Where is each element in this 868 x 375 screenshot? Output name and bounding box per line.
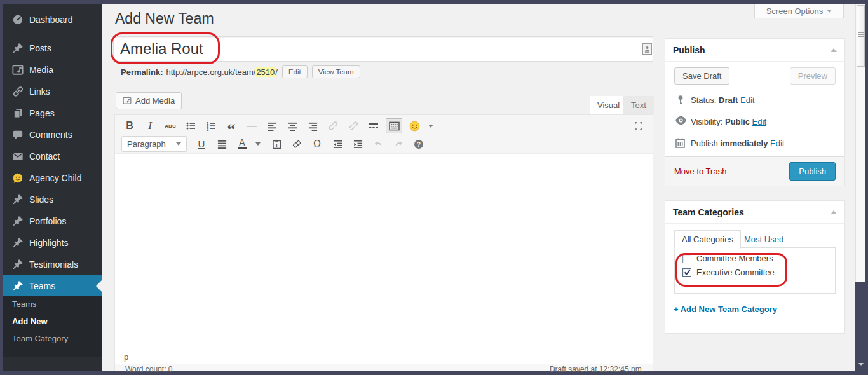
scrollbar-down-arrow-icon[interactable] xyxy=(858,363,864,366)
add-new-team-category-link[interactable]: + Add New Team Category xyxy=(674,304,777,314)
redo-icon[interactable] xyxy=(390,137,407,152)
chevron-down-icon xyxy=(176,142,181,146)
scrollbar-thumb[interactable] xyxy=(857,5,865,67)
blockquote-icon[interactable]: “ xyxy=(223,118,240,133)
read-more-icon[interactable] xyxy=(365,118,382,133)
tab-visual[interactable]: Visual xyxy=(590,96,627,114)
visibility-text: Visibility: Public Edit xyxy=(691,117,766,126)
screen-options-tab[interactable]: Screen Options xyxy=(754,4,844,18)
publish-box: Publish Save Draft Preview Status: Draft… xyxy=(665,38,845,186)
strikethrough-icon[interactable]: ABC xyxy=(162,118,179,133)
align-center-icon[interactable] xyxy=(284,118,301,133)
post-title-input[interactable] xyxy=(113,36,653,62)
tab-all-categories[interactable]: All Categories xyxy=(674,230,741,249)
submenu-item-add-new[interactable]: Add New xyxy=(3,313,102,330)
tab-text[interactable]: Text xyxy=(623,96,654,114)
publish-time-edit-link[interactable]: Edit xyxy=(770,139,784,148)
paragraph-format-select[interactable]: Paragraph xyxy=(121,136,187,152)
numbered-list-icon[interactable]: 123 xyxy=(203,118,219,133)
pin-icon xyxy=(11,280,24,292)
dashboard-icon xyxy=(11,13,24,25)
checkbox-unchecked-icon[interactable] xyxy=(682,254,691,263)
team-categories-title: Team Categories xyxy=(673,207,744,217)
insert-link-icon[interactable] xyxy=(325,118,341,133)
calendar-icon xyxy=(675,138,686,148)
align-right-icon[interactable] xyxy=(304,118,321,133)
submenu-item-teams[interactable]: Teams xyxy=(3,296,102,313)
sidebar-item-appearance[interactable]: Appearance xyxy=(3,365,102,371)
undo-icon[interactable] xyxy=(370,137,386,152)
sidebar-item-portfolios[interactable]: Portfolios xyxy=(3,210,102,231)
permalink-slug[interactable]: 2510 xyxy=(255,67,275,77)
sidebar-item-highlights[interactable]: Highlights xyxy=(3,232,102,253)
visibility-edit-link[interactable]: Edit xyxy=(752,117,766,126)
category-item-executive-committee[interactable]: Executive Committee xyxy=(682,268,835,277)
justify-icon[interactable] xyxy=(214,137,230,152)
category-item-committee-members[interactable]: Committee Members xyxy=(682,254,835,263)
pin-icon xyxy=(11,236,24,249)
permalink-url-suffix: / xyxy=(275,67,278,77)
submenu-item-team-category[interactable]: Team Category xyxy=(3,330,102,347)
sidebar-item-dashboard[interactable]: Dashboard xyxy=(3,9,102,30)
special-character-icon[interactable]: Ω xyxy=(309,137,325,152)
text-color-icon[interactable]: A xyxy=(234,137,250,152)
sidebar-item-media[interactable]: Media xyxy=(3,59,102,80)
team-categories-header[interactable]: Team Categories xyxy=(665,201,844,224)
status-text: Status: Draft Edit xyxy=(691,95,754,105)
collapse-toggle-icon[interactable] xyxy=(831,48,837,52)
sidebar-item-links[interactable]: Links xyxy=(3,81,102,102)
svg-text:?: ? xyxy=(417,140,421,147)
sidebar-item-comments[interactable]: Comments xyxy=(3,124,102,145)
help-icon[interactable]: ? xyxy=(410,137,427,152)
view-team-button[interactable]: View Team xyxy=(312,65,360,78)
move-to-trash-link[interactable]: Move to Trash xyxy=(674,167,726,176)
sidebar-item-label: Testimonials xyxy=(29,259,78,269)
outdent-icon[interactable] xyxy=(329,137,346,152)
publish-button[interactable]: Publish xyxy=(789,162,836,181)
tab-most-used[interactable]: Most Used xyxy=(744,235,783,244)
bullet-list-icon[interactable] xyxy=(182,118,199,133)
sidebar-item-label: Slides xyxy=(29,194,53,205)
editor-content-area[interactable] xyxy=(115,154,653,350)
status-edit-link[interactable]: Edit xyxy=(740,95,754,105)
save-draft-button[interactable]: Save Draft xyxy=(674,67,729,85)
align-left-icon[interactable] xyxy=(264,118,280,133)
indent-icon[interactable] xyxy=(349,137,366,152)
editor-toolbar: B I ABC 123 “ — Paragraph xyxy=(115,115,653,154)
publish-box-header[interactable]: Publish xyxy=(665,39,844,62)
clear-formatting-icon[interactable] xyxy=(288,137,305,152)
sidebar-item-posts[interactable]: Posts xyxy=(3,38,102,58)
sidebar-item-label: Dashboard xyxy=(29,15,73,25)
sidebar-item-label: Posts xyxy=(29,43,51,53)
text-color-chevron-icon[interactable] xyxy=(254,137,262,152)
editor-element-path[interactable]: p xyxy=(115,350,653,364)
sidebar-item-contact[interactable]: Contact xyxy=(3,146,102,167)
checkbox-checked-icon[interactable] xyxy=(682,268,691,277)
paste-as-text-icon[interactable]: T xyxy=(268,137,285,152)
schedule-text: Publish immediately Edit xyxy=(691,139,784,148)
word-count: Word count: 0 xyxy=(125,365,173,374)
sidebar-item-pages[interactable]: Pages xyxy=(3,102,102,123)
horizontal-rule-icon[interactable]: — xyxy=(243,118,260,133)
add-media-button[interactable]: Add Media xyxy=(116,92,182,109)
category-label: Committee Members xyxy=(696,254,773,263)
permalink-edit-button[interactable]: Edit xyxy=(282,65,308,78)
sidebar-item-agency-child[interactable]: Agency Child xyxy=(3,167,102,188)
underline-icon[interactable]: U xyxy=(193,137,210,152)
brush-icon xyxy=(11,369,24,371)
visibility-row: Visibility: Public Edit xyxy=(675,116,766,126)
sidebar-item-slides[interactable]: Slides xyxy=(3,189,102,210)
toolbar-toggle-icon[interactable] xyxy=(386,118,402,133)
vertical-scrollbar[interactable] xyxy=(855,4,865,282)
emoji-icon[interactable] xyxy=(406,118,423,133)
preview-button[interactable]: Preview xyxy=(790,67,836,85)
autofill-badge-icon[interactable] xyxy=(642,43,652,55)
distraction-free-icon[interactable] xyxy=(632,119,646,133)
remove-link-icon[interactable] xyxy=(345,118,362,133)
emoji-dropdown-chevron-icon[interactable] xyxy=(426,118,435,133)
bold-icon[interactable]: B xyxy=(121,118,138,133)
sidebar-item-testimonials[interactable]: Testimonials xyxy=(3,254,102,275)
sidebar-item-teams[interactable]: Teams xyxy=(3,275,102,296)
collapse-toggle-icon[interactable] xyxy=(831,210,837,214)
italic-icon[interactable]: I xyxy=(142,118,158,133)
